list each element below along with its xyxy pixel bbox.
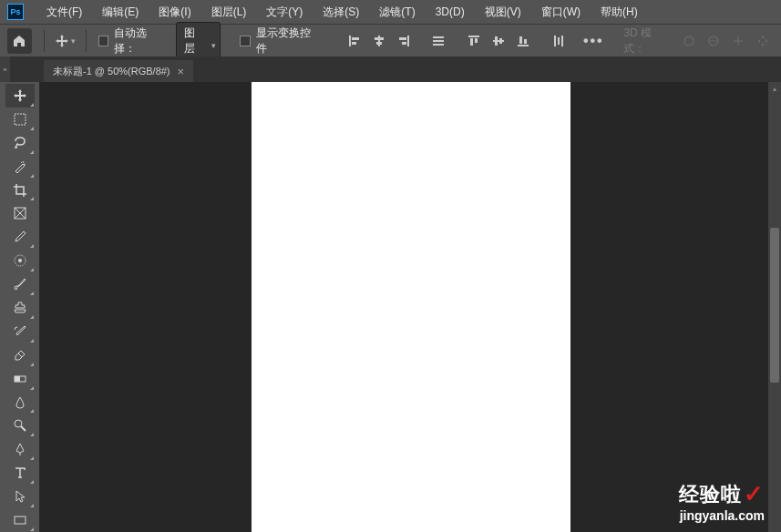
menu-bar: Ps 文件(F) 编辑(E) 图像(I) 图层(L) 文字(Y) 选择(S) 滤… <box>0 0 781 24</box>
roll-icon <box>707 35 720 47</box>
align-bottom-button[interactable] <box>512 30 533 52</box>
document-canvas[interactable] <box>252 82 570 532</box>
show-transform-checkbox[interactable]: 显示变换控件 <box>234 26 324 56</box>
menu-edit[interactable]: 编辑(E) <box>92 0 149 24</box>
svg-rect-8 <box>402 42 406 45</box>
3d-pan-button <box>728 30 749 52</box>
move-tool[interactable] <box>5 84 35 107</box>
tab-close-button[interactable]: × <box>178 65 185 78</box>
svg-rect-31 <box>15 376 20 382</box>
orbit-icon <box>683 35 695 47</box>
menu-view[interactable]: 视图(V) <box>475 0 531 24</box>
brush-tool[interactable] <box>5 272 35 296</box>
type-tool[interactable] <box>5 461 35 485</box>
menu-layer[interactable]: 图层(L) <box>201 0 257 24</box>
move-icon <box>55 34 69 48</box>
svg-rect-21 <box>554 36 556 46</box>
home-icon <box>12 34 26 48</box>
svg-rect-4 <box>375 37 384 40</box>
3d-roll-button <box>704 30 724 52</box>
menu-help[interactable]: 帮助(H) <box>591 0 648 24</box>
svg-rect-7 <box>399 37 406 40</box>
menu-select[interactable]: 选择(S) <box>313 0 369 24</box>
home-button[interactable] <box>7 28 32 54</box>
menu-filter[interactable]: 滤镜(T) <box>369 0 425 24</box>
menu-3d[interactable]: 3D(D) <box>426 0 475 24</box>
history-brush-tool[interactable] <box>5 320 35 343</box>
align-left-button[interactable] <box>344 30 365 52</box>
align-bottom-icon <box>517 35 529 47</box>
workspace: ▴ <box>0 82 781 532</box>
distribute-v-icon <box>552 35 565 47</box>
svg-rect-13 <box>470 38 473 46</box>
svg-rect-22 <box>561 36 563 46</box>
tab-title: 未标题-1 @ 50%(RGB/8#) <box>53 65 170 78</box>
svg-rect-20 <box>524 39 527 44</box>
svg-rect-23 <box>558 37 560 45</box>
current-tool-indicator[interactable]: ▾ <box>51 34 79 48</box>
lasso-tool[interactable] <box>5 131 35 155</box>
3d-orbit-button <box>679 30 700 52</box>
scroll-up-button[interactable]: ▴ <box>768 82 781 95</box>
svg-rect-19 <box>519 36 522 44</box>
distribute-icon <box>432 35 445 47</box>
clone-stamp-tool[interactable] <box>5 296 35 320</box>
document-tab[interactable]: 未标题-1 @ 50%(RGB/8#) × <box>44 60 193 82</box>
app-logo: Ps <box>7 4 24 20</box>
tool-bar <box>0 82 40 532</box>
svg-rect-9 <box>433 36 444 38</box>
distribute-button[interactable] <box>428 30 449 52</box>
canvas-area[interactable]: ▴ <box>40 82 781 532</box>
menu-type[interactable]: 文字(Y) <box>256 0 313 24</box>
svg-rect-6 <box>407 36 409 46</box>
options-bar: ▾ 自动选择： 图层 显示变换控件 ••• 3D 模式： <box>0 24 781 56</box>
menu-window[interactable]: 窗口(W) <box>531 0 591 24</box>
blur-tool[interactable] <box>5 391 35 414</box>
svg-rect-12 <box>468 36 479 37</box>
dodge-tool[interactable] <box>5 414 35 437</box>
3d-mode-label: 3D 模式： <box>620 26 674 56</box>
document-tab-bar: » 未标题-1 @ 50%(RGB/8#) × <box>0 56 781 82</box>
expand-panels-button[interactable]: » <box>0 56 10 82</box>
eraser-tool[interactable] <box>5 343 35 367</box>
align-top-icon <box>468 35 480 47</box>
align-top-button[interactable] <box>463 30 484 52</box>
align-right-button[interactable] <box>393 30 414 52</box>
spot-healing-tool[interactable] <box>5 249 35 272</box>
svg-rect-11 <box>433 44 444 46</box>
pan-icon <box>732 35 745 47</box>
align-center-v-button[interactable] <box>488 30 509 52</box>
svg-rect-18 <box>518 45 529 46</box>
rectangle-tool[interactable] <box>5 508 35 532</box>
align-center-h-button[interactable] <box>368 30 389 52</box>
divider <box>86 30 87 52</box>
menu-file[interactable]: 文件(F) <box>36 0 92 24</box>
svg-rect-2 <box>352 42 356 45</box>
ellipsis-icon: ••• <box>583 33 604 49</box>
svg-point-32 <box>15 420 22 427</box>
more-options-button[interactable]: ••• <box>583 30 604 52</box>
slide-icon <box>756 35 769 47</box>
svg-rect-5 <box>376 42 382 45</box>
pen-tool[interactable] <box>5 437 35 461</box>
vertical-scrollbar[interactable]: ▴ <box>768 82 781 532</box>
svg-rect-10 <box>433 40 444 42</box>
divider <box>44 30 45 52</box>
path-selection-tool[interactable] <box>5 485 35 508</box>
distribute-v-button[interactable] <box>548 30 569 52</box>
auto-select-checkbox[interactable]: 自动选择： <box>93 26 172 56</box>
svg-rect-15 <box>493 40 504 42</box>
show-transform-label: 显示变换控件 <box>256 26 319 56</box>
layer-dropdown[interactable]: 图层 <box>176 22 221 60</box>
checkbox-box <box>240 36 251 46</box>
crop-tool[interactable] <box>5 179 35 202</box>
svg-rect-14 <box>475 38 478 43</box>
eyedropper-tool[interactable] <box>5 225 35 249</box>
marquee-tool[interactable] <box>5 107 35 131</box>
scroll-thumb[interactable] <box>770 228 779 383</box>
gradient-tool[interactable] <box>5 367 35 391</box>
menu-image[interactable]: 图像(I) <box>149 0 200 24</box>
frame-tool[interactable] <box>5 201 35 225</box>
3d-slide-button <box>753 30 774 52</box>
magic-wand-tool[interactable] <box>5 155 35 179</box>
